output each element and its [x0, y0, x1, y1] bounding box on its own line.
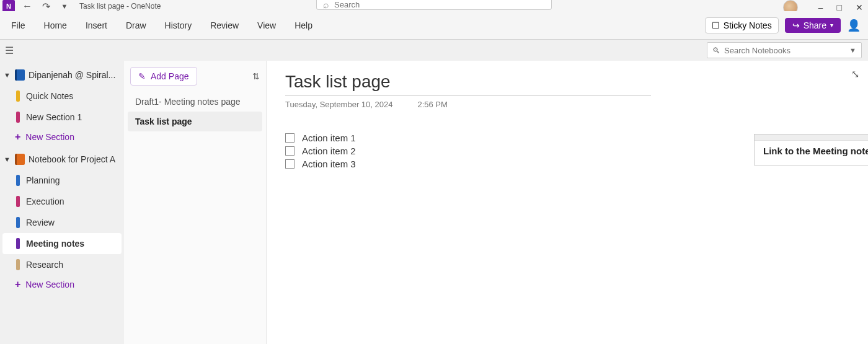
- notebook-icon: [15, 154, 25, 165]
- menu-help[interactable]: Help: [294, 20, 312, 30]
- task-label[interactable]: Action item 2: [302, 146, 356, 156]
- sticky-notes-label: Sticky Notes: [724, 20, 772, 30]
- menu-home[interactable]: Home: [44, 20, 67, 30]
- presence-icon[interactable]: 👤: [847, 19, 861, 32]
- nav-toggle-button[interactable]: ☰: [5, 45, 14, 56]
- menu-review[interactable]: Review: [210, 20, 239, 30]
- sticky-notes-icon: ☐: [712, 20, 720, 30]
- title-bar: N ← ↷ ▼ Task list page - OneNote ⌕ ‒ □ ✕: [0, 0, 868, 11]
- page-item[interactable]: Draft1- Meeting notes page: [128, 92, 262, 112]
- search-icon: ⌕: [323, 0, 329, 11]
- notebook-header[interactable]: ▼ Dipanjenah @ Spiral...: [0, 64, 124, 86]
- search-icon: 🔍︎: [712, 46, 720, 55]
- section-color-chip: [16, 196, 20, 207]
- section-color-chip: [16, 217, 20, 228]
- window-title: Task list page - OneNote: [79, 2, 161, 11]
- page-item-selected[interactable]: Task list page: [128, 112, 262, 131]
- section-item[interactable]: New Section 1: [0, 107, 124, 128]
- menu-draw[interactable]: Draw: [126, 20, 146, 30]
- note-prefix: Link to the Meeting notes page:: [763, 146, 868, 156]
- forward-button[interactable]: ↷: [40, 0, 52, 12]
- add-page-button[interactable]: ✎ Add Page: [130, 67, 197, 86]
- secondary-bar: ☰ 🔍︎ ▼: [0, 40, 868, 61]
- page-list-panel: ✎ Add Page ⇅ Draft1- Meeting notes page …: [124, 61, 267, 344]
- add-section-button[interactable]: + New Section: [0, 128, 124, 146]
- add-section-button[interactable]: + New Section: [0, 275, 124, 294]
- notebook-search-input[interactable]: [724, 46, 849, 55]
- notebook-sidebar: ▼ Dipanjenah @ Spiral... Quick Notes New…: [0, 61, 124, 344]
- drag-handle[interactable]: ◀▶: [755, 135, 868, 141]
- app-icon: N: [2, 0, 15, 12]
- ribbon-bar: File Home Insert Draw History Review Vie…: [0, 11, 868, 40]
- section-item[interactable]: Planning: [0, 170, 124, 191]
- section-color-chip: [16, 238, 20, 249]
- chevron-down-icon[interactable]: ▼: [849, 46, 856, 54]
- title-search-input[interactable]: [334, 0, 545, 9]
- section-color-chip: [16, 259, 20, 270]
- sticky-notes-button[interactable]: ☐ Sticky Notes: [705, 17, 779, 33]
- add-section-label: New Section: [25, 132, 74, 142]
- section-color-chip: [16, 175, 20, 186]
- checkbox[interactable]: [285, 146, 294, 156]
- share-label: Share: [804, 20, 826, 30]
- checkbox[interactable]: [285, 159, 294, 169]
- section-item[interactable]: Review: [0, 212, 124, 233]
- section-color-chip: [16, 90, 20, 102]
- main-area: ▼ Dipanjenah @ Spiral... Quick Notes New…: [0, 61, 868, 344]
- page-date: Tuesday, September 10, 2024: [285, 100, 392, 109]
- notebook-icon: [15, 69, 25, 81]
- section-label: Meeting notes: [26, 239, 84, 249]
- page-canvas[interactable]: ⤡ Task list page Tuesday, September 10, …: [267, 61, 868, 344]
- page-title[interactable]: Task list page: [285, 72, 651, 96]
- chevron-down-icon[interactable]: ▼: [4, 156, 11, 163]
- expand-icon[interactable]: ⤡: [851, 68, 859, 80]
- section-item[interactable]: Quick Notes: [0, 86, 124, 107]
- edit-icon: ✎: [138, 71, 146, 81]
- menu-insert[interactable]: Insert: [86, 20, 107, 30]
- section-item[interactable]: Research: [0, 254, 124, 275]
- title-search-box[interactable]: ⌕: [316, 0, 552, 10]
- section-label: Review: [26, 218, 55, 227]
- sort-pages-button[interactable]: ⇅: [252, 71, 260, 81]
- page-time: 2:56 PM: [417, 100, 447, 109]
- section-label: Execution: [26, 196, 64, 206]
- section-label: Planning: [26, 175, 60, 185]
- notebook-search-box[interactable]: 🔍︎ ▼: [707, 42, 862, 58]
- add-page-label: Add Page: [151, 71, 189, 81]
- share-icon: ↪: [792, 20, 800, 30]
- notebook-name: Dipanjenah @ Spiral...: [29, 70, 115, 80]
- add-section-label: New Section: [25, 280, 74, 289]
- section-label: Quick Notes: [26, 91, 73, 101]
- chevron-down-icon[interactable]: ▼: [4, 71, 11, 79]
- section-item-selected[interactable]: Meeting notes: [2, 233, 122, 254]
- notebook-name: Notebook for Project A: [29, 154, 115, 164]
- plus-icon: +: [15, 279, 20, 290]
- menu-history[interactable]: History: [165, 20, 192, 30]
- qat-dropdown[interactable]: ▼: [58, 0, 71, 12]
- back-button[interactable]: ←: [21, 0, 33, 12]
- menu-file[interactable]: File: [11, 20, 25, 30]
- task-label[interactable]: Action item 1: [302, 133, 356, 143]
- chevron-down-icon: ▾: [830, 22, 833, 29]
- menu-view[interactable]: View: [257, 20, 276, 30]
- section-item[interactable]: Execution: [0, 191, 124, 212]
- notebook-header[interactable]: ▼ Notebook for Project A: [0, 149, 124, 170]
- section-label: Research: [26, 260, 63, 270]
- note-container[interactable]: ◀▶ Link to the Meeting notes page: Draft…: [754, 134, 868, 165]
- plus-icon: +: [15, 131, 20, 143]
- task-label[interactable]: Action item 3: [302, 159, 356, 169]
- share-button[interactable]: ↪ Share ▾: [785, 18, 841, 33]
- section-label: New Section 1: [26, 112, 82, 122]
- section-color-chip: [16, 112, 20, 123]
- checkbox[interactable]: [285, 133, 294, 143]
